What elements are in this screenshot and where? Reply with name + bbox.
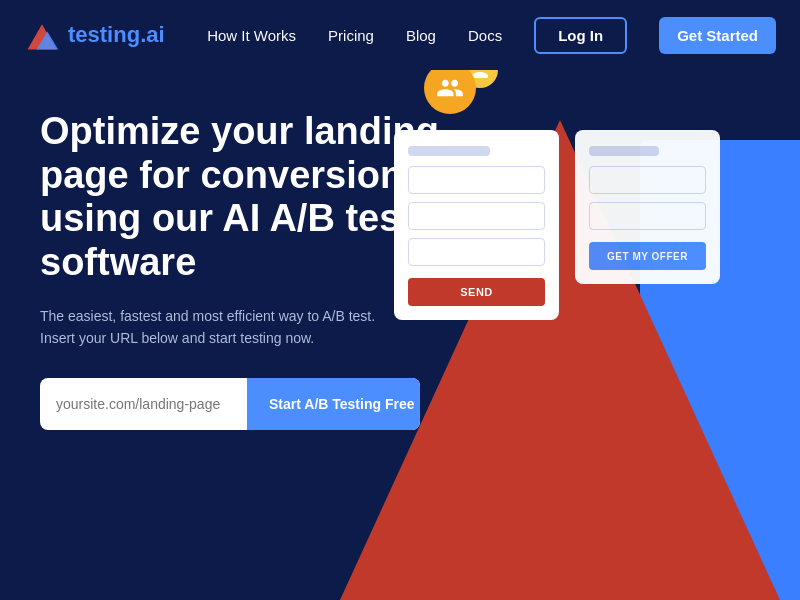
card-line-1 <box>408 146 490 156</box>
card-input-2 <box>408 202 545 230</box>
nav-blog[interactable]: Blog <box>406 27 436 44</box>
url-input[interactable] <box>40 378 247 430</box>
card-variant-a: SEND <box>394 130 559 320</box>
hero-section: Optimize your landing page for conversio… <box>0 70 800 600</box>
login-button[interactable]: Log In <box>534 17 627 54</box>
nav-links: How It Works Pricing Blog Docs Log In Ge… <box>207 17 776 54</box>
card-variant-b-wrapper: GET MY OFFER <box>575 90 720 284</box>
nav-docs[interactable]: Docs <box>468 27 502 44</box>
card2-input-1 <box>589 166 706 194</box>
card-send-button[interactable]: SEND <box>408 278 545 306</box>
nav-pricing[interactable]: Pricing <box>328 27 374 44</box>
get-started-button[interactable]: Get Started <box>659 17 776 54</box>
card-input-3 <box>408 238 545 266</box>
card2-input-2 <box>589 202 706 230</box>
users-icon <box>436 74 464 102</box>
logo[interactable]: testing.ai <box>24 17 165 53</box>
url-input-row: Start A/B Testing Free <box>40 378 420 430</box>
hero-subtext: The easiest, fastest and most efficient … <box>40 305 380 350</box>
cta-button[interactable]: Start A/B Testing Free <box>247 378 420 430</box>
hero-illustration: SEND GET MY OFFER <box>394 90 720 320</box>
card-variant-a-wrapper: SEND <box>394 90 559 320</box>
navbar: testing.ai How It Works Pricing Blog Doc… <box>0 0 800 70</box>
card-input-1 <box>408 166 545 194</box>
nav-how-it-works[interactable]: How It Works <box>207 27 296 44</box>
logo-icon <box>24 17 60 53</box>
brand-name: testing.ai <box>68 22 165 48</box>
card2-line-1 <box>589 146 659 156</box>
user-icon-bg <box>424 70 476 114</box>
card-variant-b: GET MY OFFER <box>575 130 720 284</box>
card-offer-button[interactable]: GET MY OFFER <box>589 242 706 270</box>
